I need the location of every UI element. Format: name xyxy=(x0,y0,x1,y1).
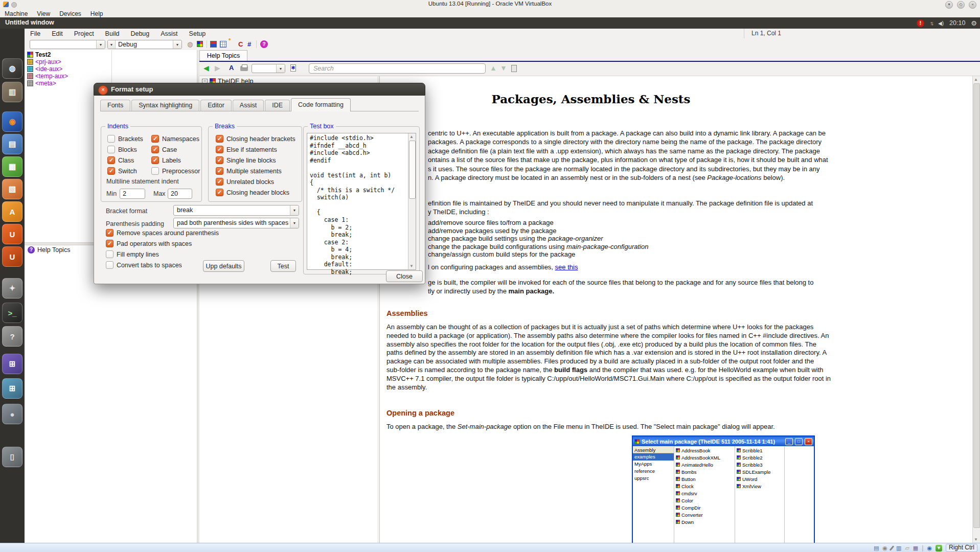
search-up-icon[interactable]: ▲ xyxy=(490,64,497,72)
launcher-item-libreoffice-writer[interactable]: ▤ xyxy=(2,134,22,154)
font-size-icon[interactable]: A xyxy=(229,64,234,72)
launcher-item-sphere[interactable]: ● xyxy=(2,404,22,424)
package-item-scribble2[interactable]: Scribble2 xyxy=(735,454,784,461)
scroll-up-icon[interactable]: ▲ xyxy=(409,134,414,139)
checkbox-fill-empty-lines[interactable]: Fill empty lines xyxy=(106,250,219,258)
package-item-animatedhello[interactable]: AnimatedHello xyxy=(674,461,735,468)
build-mode-combo[interactable]: ▼ Debug ▼ xyxy=(107,40,182,49)
package-item-scribble1[interactable]: Scribble1 xyxy=(735,447,784,454)
clock[interactable]: 20:10 xyxy=(949,19,965,27)
mouse-integration-icon[interactable]: ◉ xyxy=(927,544,932,551)
vbox-menu-devices[interactable]: Devices xyxy=(55,10,86,17)
checkbox-labels[interactable]: Labels xyxy=(151,156,200,164)
refresh-icon[interactable]: C xyxy=(238,40,243,48)
package-item-compdir[interactable]: CompDir xyxy=(674,504,735,511)
test-scrollbar[interactable]: ▲ ▼ xyxy=(408,133,416,269)
menu-assist[interactable]: Assist xyxy=(155,29,183,37)
package-icon[interactable] xyxy=(197,41,203,47)
package-item-button[interactable]: Button xyxy=(674,475,735,482)
package-item-uword[interactable]: UWord xyxy=(735,475,784,482)
checkbox-pad-operators-with-spaces[interactable]: Pad operators with spaces xyxy=(106,240,219,247)
close-button[interactable]: × xyxy=(969,1,976,9)
checkbox-brackets[interactable]: Brackets xyxy=(107,135,151,143)
close-button[interactable]: Close xyxy=(386,270,423,282)
checkbox-closing-header-brackets[interactable]: Closing header brackets xyxy=(216,135,295,143)
launcher-item-ubuntu-one[interactable]: U xyxy=(2,224,22,244)
package-item-scribble3[interactable]: Scribble3 xyxy=(735,461,784,468)
test-code-area[interactable]: #include <stdio.h> #ifndef __abcd_h #inc… xyxy=(307,133,416,270)
launcher-item-trash[interactable]: ▯ xyxy=(2,447,22,467)
package-item-addressbook[interactable]: AddressBook xyxy=(674,447,735,454)
restore-button[interactable]: ◇ xyxy=(957,1,965,9)
package-item-sdlexample[interactable]: SDLExample xyxy=(735,468,784,475)
launcher-item-installer[interactable]: ⊞ xyxy=(2,378,22,399)
minimize-button[interactable]: ▾ xyxy=(945,1,953,9)
notification-icon[interactable]: ! xyxy=(917,19,924,27)
package-item-addressbookxml[interactable]: AddressBookXML xyxy=(674,454,735,461)
package-item-clock[interactable]: Clock xyxy=(674,482,735,490)
menu-project[interactable]: Project xyxy=(69,29,100,37)
search-down-icon[interactable]: ▼ xyxy=(500,64,507,72)
menu-file[interactable]: File xyxy=(25,29,46,37)
scrollbar-thumb[interactable] xyxy=(973,83,980,528)
launcher-item-ubuntu-one-music[interactable]: U xyxy=(2,246,22,267)
checkbox-unrelated-blocks[interactable]: Unrelated blocks xyxy=(216,178,295,186)
chevron-down-icon[interactable]: ▼ xyxy=(290,218,299,228)
tree-item-temp-aux[interactable]: <temp-aux> xyxy=(27,73,68,80)
hard-disk-icon[interactable]: ▤ xyxy=(874,544,879,551)
scroll-down-icon[interactable]: ▼ xyxy=(409,264,414,268)
menu-edit[interactable]: Edit xyxy=(46,29,69,37)
globe-icon[interactable]: ◍ xyxy=(187,40,193,48)
checkbox-class[interactable]: Class xyxy=(107,156,151,164)
dialog-tab-editor[interactable]: Editor xyxy=(200,100,232,111)
package-item-down[interactable]: Down xyxy=(674,518,735,525)
assembly-item-myapps[interactable]: MyApps xyxy=(633,461,674,468)
package-item-xmlview[interactable]: XmlView xyxy=(735,482,784,490)
optical-disc-icon[interactable]: ◉ xyxy=(882,544,887,551)
dialog-tab-syntax-highlighting[interactable]: Syntax highlighting xyxy=(131,100,199,111)
launcher-item-libreoffice-calc[interactable]: ▦ xyxy=(2,156,22,177)
tree-item-prj-aux[interactable]: <prj-aux> xyxy=(27,58,61,65)
main-package-combo[interactable]: ▼ xyxy=(30,40,105,49)
help-topics-section[interactable]: ? Help Topics xyxy=(28,246,70,254)
checkbox-multiple-statements[interactable]: Multiple statements xyxy=(216,167,295,175)
tree-item-test2[interactable]: Test2 xyxy=(27,51,51,58)
see-this-link[interactable]: see this xyxy=(555,263,578,271)
package-item-bombs[interactable]: Bombs xyxy=(674,468,735,475)
menu-debug[interactable]: Debug xyxy=(125,29,155,37)
help-zoom-combo[interactable]: ▼ xyxy=(252,64,285,73)
package-item-cmdsrv[interactable]: cmdsrv xyxy=(674,490,735,497)
chevron-down-icon[interactable]: ▼ xyxy=(96,40,105,49)
dialog-tab-assist[interactable]: Assist xyxy=(233,100,264,111)
chevron-down-icon[interactable]: ▼ xyxy=(173,40,181,49)
usb-icon[interactable]: ▦ xyxy=(913,544,918,551)
bracket-format-combo[interactable]: break ▼ xyxy=(173,205,299,216)
launcher-item-system-settings[interactable]: ✦ xyxy=(2,278,22,298)
scroll-down-icon[interactable]: ▼ xyxy=(974,537,978,542)
vbox-menu-help[interactable]: Help xyxy=(86,10,108,17)
launcher-item-workspace-switcher[interactable]: ⊞ xyxy=(2,354,22,374)
network-icon[interactable]: ↑↓ xyxy=(930,20,932,26)
checkbox-case[interactable]: Case xyxy=(151,146,200,153)
checkbox-namespaces[interactable]: Namespaces xyxy=(151,135,200,143)
checkbox-switch[interactable]: Switch xyxy=(107,167,151,175)
tree-item-ide-aux[interactable]: <ide-aux> xyxy=(27,65,62,73)
tree-item-meta[interactable]: <meta> xyxy=(27,80,56,87)
checkbox-convert-tabs-to-spaces[interactable]: Convert tabs to spaces xyxy=(106,261,219,269)
launcher-item-terminal[interactable]: >_ xyxy=(2,303,22,323)
calendar-icon[interactable] xyxy=(220,41,226,48)
package-item-color[interactable]: Color xyxy=(674,497,735,504)
menu-setup[interactable]: Setup xyxy=(184,29,212,37)
assembly-item-reference[interactable]: reference xyxy=(633,468,674,475)
launcher-item-help[interactable]: ? xyxy=(2,326,22,347)
upp-defaults-button[interactable]: Upp defaults xyxy=(203,260,244,272)
vertical-scrollbar[interactable]: ▲ ▼ xyxy=(972,76,980,543)
launcher-item-firefox[interactable]: ◉ xyxy=(2,111,22,132)
display-icon[interactable]: ▥ xyxy=(896,544,901,551)
session-gear-icon[interactable]: ⚙ xyxy=(971,19,977,27)
checkbox-else-if-statements[interactable]: Else if statements xyxy=(216,146,295,153)
build-icon[interactable] xyxy=(210,41,217,48)
dialog-tab-code-formatting[interactable]: Code formatting xyxy=(291,98,351,111)
checkbox-blocks[interactable]: Blocks xyxy=(107,146,151,153)
assembly-item-examples[interactable]: examples xyxy=(633,453,674,461)
